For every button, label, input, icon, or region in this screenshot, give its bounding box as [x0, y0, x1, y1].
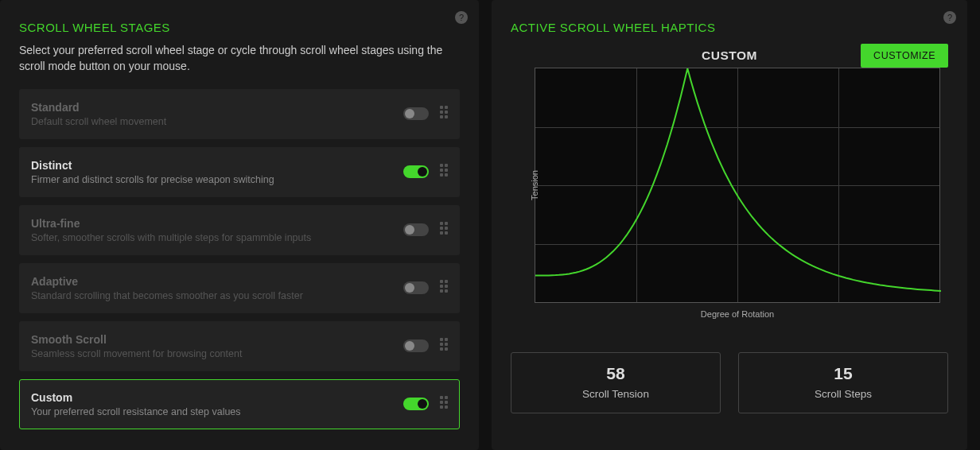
stage-custom[interactable]: CustomYour preferred scroll resistance a…: [19, 379, 460, 429]
metric-value: 58: [511, 364, 720, 383]
scroll-wheel-stages-panel: ? SCROLL WHEEL STAGES Select your prefer…: [0, 0, 479, 450]
stage-subtitle: Default scroll wheel movement: [31, 116, 403, 127]
drag-handle-icon[interactable]: [440, 338, 448, 354]
drag-handle-icon[interactable]: [440, 222, 448, 238]
tension-curve: [535, 68, 941, 304]
stage-title: Standard: [31, 101, 403, 114]
customize-button[interactable]: CUSTOMIZE: [861, 44, 948, 68]
chart-xlabel: Degree of Rotation: [535, 309, 940, 319]
stage-toggle[interactable]: [403, 107, 429, 120]
scroll-tension-metric[interactable]: 58 Scroll Tension: [511, 352, 721, 413]
drag-handle-icon[interactable]: [440, 164, 448, 180]
stage-subtitle: Firmer and distinct scrolls for precise …: [31, 174, 403, 185]
stage-title: Ultra-fine: [31, 217, 403, 230]
panel-title: ACTIVE SCROLL WHEEL HAPTICS: [511, 21, 948, 34]
panel-title: SCROLL WHEEL STAGES: [19, 21, 460, 34]
haptics-chart: Tension: [535, 68, 940, 303]
stage-ultra-fine[interactable]: Ultra-fineSofter, smoother scrolls with …: [19, 205, 460, 255]
stage-toggle[interactable]: [403, 281, 429, 294]
stage-subtitle: Your preferred scroll resistance and ste…: [31, 406, 403, 417]
help-icon[interactable]: ?: [943, 11, 956, 24]
stage-list: StandardDefault scroll wheel movementDis…: [19, 89, 460, 429]
help-icon[interactable]: ?: [455, 11, 468, 24]
stage-toggle[interactable]: [403, 223, 429, 236]
panel-description: Select your preferred scroll wheel stage…: [19, 42, 460, 75]
stage-subtitle: Seamless scroll movement for browsing co…: [31, 348, 403, 359]
scroll-steps-metric[interactable]: 15 Scroll Steps: [738, 352, 948, 413]
stage-title: Custom: [31, 391, 403, 404]
metric-value: 15: [739, 364, 947, 383]
drag-handle-icon[interactable]: [440, 106, 448, 122]
stage-toggle[interactable]: [403, 165, 429, 178]
stage-title: Adaptive: [31, 275, 403, 288]
metrics-row: 58 Scroll Tension 15 Scroll Steps: [511, 352, 948, 413]
metric-label: Scroll Steps: [739, 388, 947, 400]
stage-smooth-scroll[interactable]: Smooth ScrollSeamless scroll movement fo…: [19, 321, 460, 371]
stage-subtitle: Standard scrolling that becomes smoother…: [31, 290, 403, 301]
stage-subtitle: Softer, smoother scrolls with multiple s…: [31, 232, 403, 243]
drag-handle-icon[interactable]: [440, 280, 448, 296]
stage-adaptive[interactable]: AdaptiveStandard scrolling that becomes …: [19, 263, 460, 313]
stage-toggle[interactable]: [403, 339, 429, 352]
stage-toggle[interactable]: [403, 398, 429, 410]
drag-handle-icon[interactable]: [440, 396, 448, 412]
stage-standard[interactable]: StandardDefault scroll wheel movement: [19, 89, 460, 139]
stage-title: Distinct: [31, 159, 403, 172]
metric-label: Scroll Tension: [511, 388, 720, 400]
stage-title: Smooth Scroll: [31, 333, 403, 346]
active-haptics-panel: ? ACTIVE SCROLL WHEEL HAPTICS CUSTOM CUS…: [492, 0, 967, 450]
stage-distinct[interactable]: DistinctFirmer and distinct scrolls for …: [19, 147, 460, 197]
chart-header: CUSTOM CUSTOMIZE: [511, 48, 948, 63]
